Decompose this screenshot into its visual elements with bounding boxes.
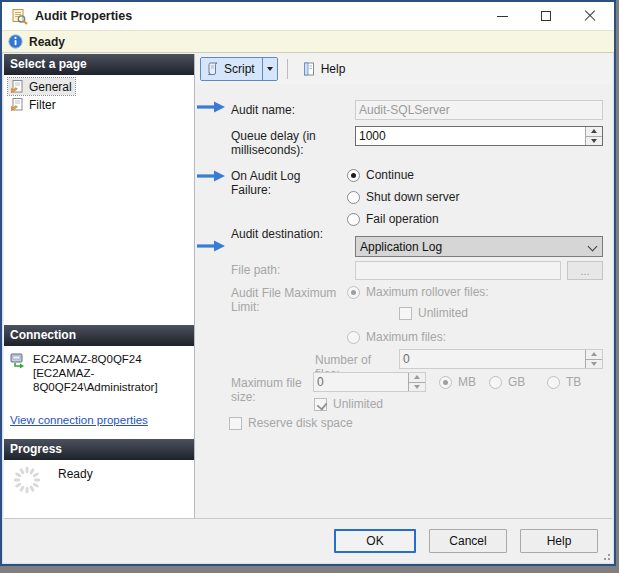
maximum-file-size-label: Maximum file size: — [231, 376, 321, 404]
chevron-down-icon — [267, 67, 273, 71]
radio-label: TB — [566, 375, 581, 389]
script-button[interactable]: Script — [201, 58, 262, 80]
spin-down-icon — [591, 139, 597, 143]
checkbox-unlimited-rollover: Unlimited — [399, 306, 468, 320]
ok-button[interactable]: OK — [334, 529, 416, 553]
script-icon — [206, 62, 220, 76]
connection-info: EC2AMAZ-8Q0QF24 [EC2AMAZ-8Q0QF24\Adminis… — [10, 352, 190, 394]
progress-status: Ready — [12, 465, 93, 495]
cancel-button[interactable]: Cancel — [429, 529, 507, 553]
browse-button: ... — [567, 261, 603, 280]
radio-continue[interactable]: Continue — [347, 168, 414, 182]
general-form: Audit name: Queue delay (in milliseconds… — [195, 84, 612, 520]
audit-properties-icon — [11, 8, 28, 25]
close-button[interactable] — [568, 2, 612, 30]
maximize-icon — [541, 11, 551, 21]
sidebar: Select a page General Filter Connection — [4, 54, 195, 520]
chevron-down-icon — [588, 242, 598, 252]
spin-down-icon — [591, 362, 597, 366]
help-button[interactable]: Help — [520, 529, 598, 553]
titlebar: Audit Properties — [2, 2, 614, 30]
checkbox-unlimited-file-size: Unlimited — [314, 397, 383, 411]
radio-label: Maximum files: — [366, 330, 446, 344]
progress-spinner-icon — [12, 465, 42, 495]
radio-icon — [347, 286, 360, 299]
script-split-button: Script — [200, 57, 278, 81]
radio-fail-operation[interactable]: Fail operation — [347, 212, 439, 226]
radio-icon — [347, 169, 360, 182]
radio-icon — [547, 376, 560, 389]
maximum-file-size-spinner — [313, 372, 426, 392]
radio-label: Maximum rollover files: — [366, 285, 489, 299]
radio-icon — [347, 331, 360, 344]
radio-label: Continue — [366, 168, 414, 182]
queue-delay-spinner — [355, 126, 603, 146]
script-button-label: Script — [224, 62, 255, 76]
annotation-arrow-audit-destination — [197, 240, 225, 252]
maximize-button[interactable] — [524, 2, 568, 30]
status-bar: Ready — [2, 30, 614, 53]
annotation-arrow-audit-name — [197, 101, 225, 113]
toolbar-help-button[interactable]: Help — [295, 57, 353, 81]
audit-destination-label: Audit destination: — [231, 227, 343, 241]
select-a-page-header: Select a page — [4, 54, 194, 75]
audit-properties-window: Audit Properties Ready Select a page Gen… — [0, 0, 616, 566]
file-path-input — [355, 261, 561, 280]
spin-up-icon — [591, 129, 597, 133]
number-of-files-spinner — [399, 349, 603, 369]
number-of-files-input — [399, 349, 603, 369]
checkbox-icon — [229, 417, 242, 430]
radio-maximum-files: Maximum files: — [347, 330, 446, 344]
spin-up-button[interactable] — [586, 127, 602, 136]
audit-name-input — [355, 100, 603, 120]
radio-icon — [347, 191, 360, 204]
radio-maximum-rollover-files: Maximum rollover files: — [347, 285, 489, 299]
checkbox-reserve-disk-space: Reserve disk space — [229, 416, 353, 430]
radio-shut-down-server[interactable]: Shut down server — [347, 190, 459, 204]
view-connection-properties-link[interactable]: View connection properties — [10, 414, 148, 426]
window-title: Audit Properties — [35, 9, 132, 23]
spin-down-button — [586, 359, 602, 369]
audit-destination-combobox[interactable]: Application Log — [355, 236, 603, 257]
minimize-button[interactable] — [480, 2, 524, 30]
status-text: Ready — [29, 35, 65, 49]
checkbox-label: Unlimited — [333, 397, 383, 411]
sidebar-item-label: Filter — [29, 98, 56, 112]
checkbox-icon — [314, 398, 327, 411]
sidebar-item-filter[interactable]: Filter — [8, 96, 59, 113]
radio-icon — [347, 213, 360, 226]
checkbox-icon — [399, 307, 412, 320]
connection-header: Connection — [4, 325, 194, 346]
queue-delay-input[interactable] — [355, 126, 603, 146]
info-icon — [8, 34, 23, 49]
spin-down-button — [409, 382, 425, 392]
window-controls — [480, 2, 612, 30]
help-icon — [302, 62, 316, 76]
radio-icon — [489, 376, 502, 389]
spin-down-icon — [414, 385, 420, 389]
dialog-footer: OK Cancel Help — [4, 518, 612, 562]
server-connection-icon — [10, 352, 27, 369]
queue-delay-spin-buttons — [585, 127, 602, 145]
spin-down-button[interactable] — [586, 136, 602, 146]
script-dropdown-button[interactable] — [262, 58, 277, 80]
help-button-label: Help — [321, 62, 346, 76]
checkbox-label: Reserve disk space — [248, 416, 353, 430]
sidebar-item-general[interactable]: General — [8, 78, 75, 95]
progress-ready-text: Ready — [58, 467, 93, 481]
audit-file-maximum-limit-label: Audit File Maximum Limit: — [231, 286, 343, 314]
radio-label: Fail operation — [366, 212, 439, 226]
file-path-label: File path: — [231, 263, 343, 277]
spin-up-button — [409, 373, 425, 382]
radio-label: MB — [458, 375, 476, 389]
resize-grip[interactable] — [600, 550, 610, 560]
checkbox-label: Unlimited — [418, 306, 468, 320]
spin-up-button — [586, 350, 602, 359]
audit-name-label: Audit name: — [231, 103, 343, 117]
progress-header: Progress — [4, 439, 194, 460]
close-icon — [584, 10, 596, 22]
radio-gb: GB — [489, 375, 525, 389]
audit-destination-value: Application Log — [360, 240, 442, 254]
radio-label: GB — [508, 375, 525, 389]
number-of-files-spin-buttons — [585, 350, 602, 368]
